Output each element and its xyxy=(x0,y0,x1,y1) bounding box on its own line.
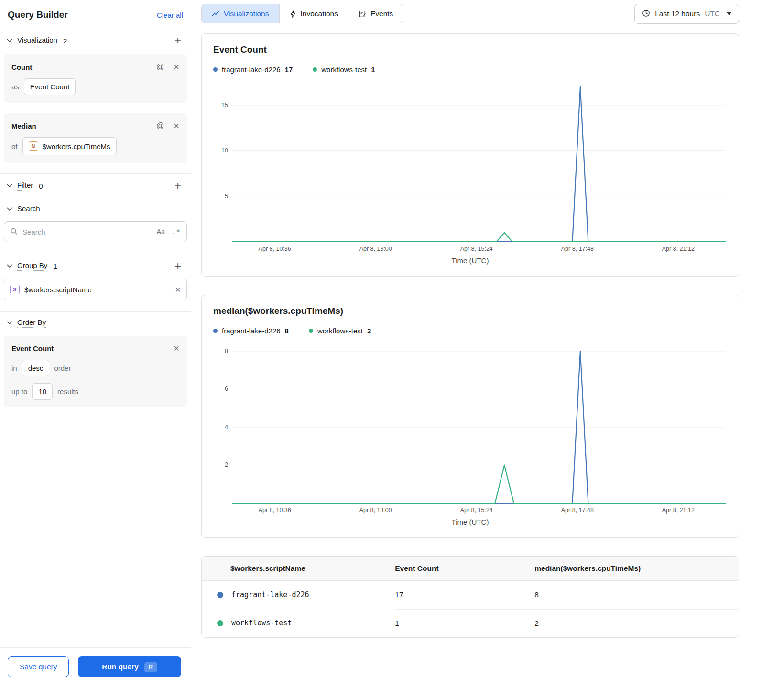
tab-label: Events xyxy=(370,10,393,18)
legend-item[interactable]: fragrant-lake-d226 8 xyxy=(213,327,289,335)
series-value: 1 xyxy=(371,65,375,74)
order-label: order xyxy=(54,364,71,372)
table-row: workflows-test 1 2 xyxy=(202,609,739,637)
table-header-row: $workers.scriptName Event Count median($… xyxy=(202,557,739,581)
close-icon[interactable]: × xyxy=(174,121,179,130)
chart-canvas[interactable]: 2468Apr 8, 10:36Apr 8, 13:00Apr 8, 15:24… xyxy=(213,341,727,517)
group-by-section-label: Group By xyxy=(17,261,47,271)
save-query-button[interactable]: Save query xyxy=(8,656,69,677)
group-by-section-header: Group By 1 + xyxy=(4,254,187,278)
add-visualization-button[interactable]: + xyxy=(172,35,184,46)
svg-text:Apr 8, 17:48: Apr 8, 17:48 xyxy=(561,246,594,252)
query-builder-content: Query Builder Clear all Visualization 2 … xyxy=(0,0,191,647)
clear-all-link[interactable]: Clear all xyxy=(157,11,183,19)
order-direction-chip[interactable]: desc xyxy=(22,360,50,376)
group-by-field: $workers.scriptName xyxy=(24,286,92,294)
alias-chip[interactable]: Event Count xyxy=(24,78,76,95)
number-type-badge: N xyxy=(29,141,38,151)
legend-item[interactable]: workflows-test 2 xyxy=(309,327,371,335)
match-case-icon[interactable]: Aa xyxy=(156,228,165,236)
add-group-by-button[interactable]: + xyxy=(172,260,184,272)
x-axis-title: Time (UTC) xyxy=(213,518,727,526)
svg-text:Apr 8, 13:00: Apr 8, 13:00 xyxy=(359,246,392,252)
query-builder-panel: Query Builder Clear all Visualization 2 … xyxy=(0,0,191,686)
chart-canvas[interactable]: 51015Apr 8, 10:36Apr 8, 13:00Apr 8, 15:2… xyxy=(213,79,727,256)
search-icon xyxy=(10,227,18,236)
visualization-card-count: Count @ × as Event Count xyxy=(4,54,187,103)
time-range-label: Last 12 hours xyxy=(655,10,700,18)
visualization-section-label: Visualization xyxy=(17,36,57,45)
filter-section-label: Filter xyxy=(17,181,33,191)
tab-label: Invocations xyxy=(301,10,338,18)
series-dot xyxy=(217,592,223,598)
median-cpu-chart-card: median($workers.cpuTimeMs) fragrant-lake… xyxy=(201,295,739,538)
tab-invocations[interactable]: Invocations xyxy=(279,4,348,23)
chevron-down-icon[interactable] xyxy=(7,264,12,268)
close-icon[interactable]: × xyxy=(174,62,179,72)
connector-label: as xyxy=(11,83,19,91)
series-dot xyxy=(213,67,218,72)
connector-label: of xyxy=(11,142,18,150)
clock-icon xyxy=(642,9,650,19)
run-query-button[interactable]: Run query R xyxy=(78,656,181,677)
regex-icon[interactable]: .* xyxy=(172,228,181,236)
svg-text:6: 6 xyxy=(225,386,228,392)
series-name: workflows-test xyxy=(317,327,363,335)
legend-item[interactable]: fragrant-lake-d226 17 xyxy=(213,65,293,74)
tab-visualizations[interactable]: Visualizations xyxy=(202,4,279,23)
series-dot xyxy=(217,620,223,626)
svg-text:Apr 8, 15:24: Apr 8, 15:24 xyxy=(460,507,493,514)
svg-text:Apr 8, 13:00: Apr 8, 13:00 xyxy=(359,507,392,514)
svg-text:Apr 8, 10:36: Apr 8, 10:36 xyxy=(259,246,291,252)
column-header: median($workers.cpuTimeMs) xyxy=(534,557,739,581)
script-name: workflows-test xyxy=(231,619,292,627)
svg-text:Apr 8, 15:24: Apr 8, 15:24 xyxy=(460,246,493,252)
chevron-down-icon[interactable] xyxy=(7,207,12,211)
line-chart-icon xyxy=(212,10,219,17)
view-tabs: Visualizations Invocations Events xyxy=(201,4,403,23)
close-icon[interactable]: × xyxy=(174,343,179,353)
group-by-item[interactable]: S $workers.scriptName × xyxy=(4,279,187,300)
close-icon[interactable]: × xyxy=(175,285,181,294)
tab-events[interactable]: Events xyxy=(348,4,403,23)
results-header: Visualizations Invocations Events Last 1… xyxy=(201,4,739,24)
svg-text:Apr 8, 21:12: Apr 8, 21:12 xyxy=(662,246,695,252)
order-by-field: Event Count xyxy=(11,344,54,353)
at-icon[interactable]: @ xyxy=(155,121,165,130)
event-count-chart-card: Event Count fragrant-lake-d226 17 workfl… xyxy=(201,33,739,277)
series-value: 2 xyxy=(367,327,371,335)
limit-chip[interactable]: 10 xyxy=(32,383,53,400)
svg-text:15: 15 xyxy=(221,102,228,108)
time-zone-label: UTC xyxy=(705,10,720,18)
search-input[interactable] xyxy=(22,228,152,236)
group-by-count: 1 xyxy=(53,262,57,270)
chart-title: Event Count xyxy=(213,44,727,55)
at-icon[interactable]: @ xyxy=(155,62,165,72)
time-range-selector[interactable]: Last 12 hours UTC xyxy=(634,4,739,24)
chevron-down-icon[interactable] xyxy=(7,321,12,325)
chart-legend: fragrant-lake-d226 17 workflows-test 1 xyxy=(213,65,727,74)
visualization-count: 2 xyxy=(63,37,67,45)
caret-down-icon xyxy=(727,12,731,15)
field-chip[interactable]: N $workers.cpuTimeMs xyxy=(22,137,117,155)
in-label: in xyxy=(11,364,17,372)
median-value: 2 xyxy=(534,609,739,637)
add-filter-button[interactable]: + xyxy=(172,180,184,192)
search-section-label: Search xyxy=(17,204,40,214)
up-to-label: up to xyxy=(11,387,27,396)
chevron-down-icon[interactable] xyxy=(7,39,12,43)
visualization-card-head: Median @ × xyxy=(11,121,179,130)
series-dot xyxy=(309,329,313,333)
visualization-type-label: Count xyxy=(11,63,32,71)
legend-item[interactable]: workflows-test 1 xyxy=(313,65,375,74)
filter-section-header: Filter 0 + xyxy=(4,174,187,198)
string-type-badge: S xyxy=(10,285,20,294)
card-actions: @ × xyxy=(155,121,179,130)
search-section-header: Search xyxy=(4,198,187,220)
chevron-down-icon[interactable] xyxy=(7,184,12,188)
series-dot xyxy=(213,329,218,333)
order-by-card: Event Count × in desc order up to 10 res… xyxy=(4,336,187,407)
x-axis-title: Time (UTC) xyxy=(213,257,727,265)
visualization-card-head: Count @ × xyxy=(11,62,179,72)
query-actions-footer: Save query Run query R xyxy=(0,647,191,686)
